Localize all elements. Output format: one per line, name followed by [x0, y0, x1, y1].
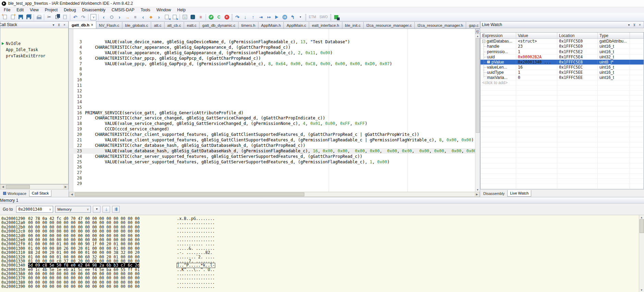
open-file-button[interactable] — [9, 13, 17, 21]
column-header-type[interactable]: Type — [598, 33, 630, 38]
code-line[interactable]: 6 CHARACTERISTIC(char_ppcp, gBleSig_GapP… — [69, 56, 475, 61]
close-tab-icon[interactable]: × — [91, 23, 93, 27]
bookmark-list-button[interactable]: ≡ — [131, 13, 139, 21]
code-line[interactable]: 10 — [69, 77, 475, 83]
editor-tab-att_cb.c[interactable]: att_cb.c — [165, 22, 184, 28]
scroll-left-icon[interactable]: ◀ — [69, 192, 74, 197]
panel-menu-icon[interactable]: ▾ — [627, 23, 631, 27]
unit-size-button[interactable]: ⍊ — [102, 206, 110, 213]
print-button[interactable] — [35, 13, 43, 21]
code-line[interactable]: 22 CHARACTERISTIC(char_database_hash, gB… — [69, 143, 475, 148]
code-line[interactable]: 3 VALUE(value_device_name, gBleSig_GapDe… — [69, 39, 475, 45]
code-line[interactable]: 14 — [69, 99, 475, 105]
editor-tab-l2ca_resource_manager.c[interactable]: l2ca_resource_manager.c — [364, 22, 415, 28]
find-button[interactable] — [108, 13, 116, 21]
close-icon[interactable]: × — [637, 23, 642, 27]
download-and-debug-button[interactable]: ↓ — [189, 13, 197, 21]
copy-button[interactable] — [53, 13, 61, 21]
editor-tab-gatt_db_dynamic.c[interactable]: gatt_db_dynamic.c — [199, 22, 239, 28]
goto-address-combobox[interactable]: 0x20001340 ∨ — [16, 206, 53, 213]
scroll-down-icon[interactable]: ▼ — [476, 188, 480, 192]
step-over-button[interactable]: ↷ — [233, 13, 241, 21]
editor-tab-ble_globals.c[interactable]: ble_globals.c — [122, 22, 151, 28]
call-stack-frame[interactable]: App_Idle_Task — [0, 47, 68, 53]
call-stack-hscrollbar[interactable]: ◀ ▶ — [0, 184, 69, 189]
run-to-cursor-button[interactable]: ↦ — [265, 13, 273, 21]
code-line[interactable]: 27 — [69, 170, 475, 175]
editor-tab-ApplMain.h[interactable]: ApplMain.h — [258, 22, 284, 28]
navigate-backward-button[interactable]: ◂ — [163, 13, 171, 21]
collapse-icon[interactable]: − — [482, 40, 485, 43]
code-line[interactable]: 21 VALUE(value_client_supported_features… — [69, 137, 475, 143]
code-line[interactable]: 15 — [69, 105, 475, 110]
toggle-bookmark-button[interactable]: ◆ — [147, 13, 155, 21]
code-line[interactable]: 9 — [69, 72, 475, 77]
download-button[interactable]: ↓ — [181, 13, 189, 21]
code-line[interactable]: 12 — [69, 88, 475, 94]
save-button[interactable] — [17, 13, 25, 21]
menu-item-edit[interactable]: Edit — [13, 7, 27, 13]
code-line[interactable]: 23 VALUE(value_database_hash, gBleSig_Ga… — [69, 148, 475, 154]
memory-row-0x20001390[interactable]: 0x2000139000 00 00 00 00 00 00 00 00 00 … — [1, 284, 644, 289]
chevron-down-icon[interactable]: ∨ — [85, 206, 90, 212]
next-bookmark-button[interactable]: › — [155, 13, 163, 21]
tab-live-watch[interactable]: Live Watch — [507, 190, 531, 197]
code-area[interactable]: 3 VALUE(value_device_name, gBleSig_GapDe… — [69, 29, 475, 192]
watch-row-pValue[interactable]: +pValue0x20001340 ...0x1FFFC5E8uint8_t* — [481, 60, 644, 65]
scroll-up-icon[interactable]: ▲ — [476, 34, 480, 38]
reset-button[interactable]: ↺ — [207, 13, 215, 21]
editor-tab-ble_init.c[interactable]: ble_init.c — [342, 22, 364, 28]
scroll-up-icon[interactable]: ▲ — [640, 215, 644, 219]
watch-row-gattDatabas[interactable]: −gattDatabas...<struct>0x1FFFC5E0gattDbA… — [481, 39, 644, 44]
editor-tab-gatt_db.h[interactable]: gatt_db.h× — [69, 21, 96, 28]
code-line[interactable]: 29 — [69, 181, 475, 186]
menu-item-disassembly[interactable]: Disassembly — [79, 7, 109, 13]
click-to-add-row[interactable]: <click to add> — [481, 80, 644, 85]
editor-hscrollbar[interactable]: ◀ ▶ — [69, 192, 480, 197]
scrollbar-thumb[interactable] — [476, 38, 480, 133]
memory-hex-view[interactable]: 0x2000129002 78 0a 42 fc d0 70 47 00 00 … — [0, 215, 644, 292]
reset-debug-button[interactable]: ↰ — [289, 13, 296, 21]
menu-item-debug[interactable]: Debug — [61, 7, 79, 13]
scrollbar-thumb[interactable] — [75, 192, 304, 196]
swo-button[interactable]: SWO — [318, 14, 329, 20]
code-line[interactable]: 25 VALUE(value_server_supported_features… — [69, 159, 475, 165]
new-file-button[interactable] — [1, 13, 9, 21]
undo-button[interactable]: ↶ — [71, 13, 79, 21]
step-out-button[interactable]: ↑ — [249, 13, 257, 21]
panel-menu-icon[interactable]: ▾ — [51, 23, 56, 27]
tab-call-stack[interactable]: Call Stack — [29, 190, 52, 197]
editor-tab-att.c[interactable]: att.c — [151, 22, 165, 28]
memory-zone-combobox[interactable]: Memory ∨ — [55, 206, 91, 213]
expand-icon[interactable]: + — [487, 60, 490, 63]
scrollbar-thumb[interactable] — [6, 185, 30, 189]
cspy-button[interactable]: C — [215, 13, 223, 21]
watch-row-handle[interactable]: handle230x1FFFC5E0uint16_t — [481, 44, 644, 49]
watch-row-permissio[interactable]: permissio...10x1FFFC5E2uint16_t — [481, 49, 644, 54]
etm-button[interactable]: ETM — [307, 14, 317, 20]
code-line[interactable]: 13 — [69, 94, 475, 99]
watch-row-valueLen[interactable]: valueLen...160x1FFFC5ECuint16_t — [481, 65, 644, 70]
break-button[interactable] — [281, 13, 289, 21]
live-watch-table[interactable]: ExpressionValueLocationType−gattDatabas.… — [480, 32, 644, 189]
find-next-button[interactable]: › — [116, 13, 123, 21]
next-statement-button[interactable]: ⇥ — [257, 13, 265, 21]
code-line[interactable]: 19 CCCD(cccd_service_changed) — [69, 126, 475, 132]
code-line[interactable]: 26 — [69, 164, 475, 170]
terminal-io-button[interactable] — [332, 13, 340, 21]
menu-item-window[interactable]: Window — [153, 7, 174, 13]
scroll-left-icon[interactable]: ◀ — [0, 185, 5, 189]
code-line[interactable]: 28 — [69, 175, 475, 181]
watch-row-uuidType[interactable]: uuidType10x1FFFC5EEuint16_t — [481, 70, 644, 75]
watch-row-maxVaria[interactable]: maxVaria...00x1FFFC5EEuint16_t — [481, 75, 644, 80]
stop-debugging-button[interactable]: × — [223, 13, 231, 21]
goto-button[interactable]: → — [123, 13, 131, 21]
editor-tab-eatt_interface.h[interactable]: eatt_interface.h — [309, 22, 342, 28]
paste-button[interactable] — [61, 13, 69, 21]
editor-tab-ApplMain.c[interactable]: ApplMain.c — [284, 22, 309, 28]
memory-vscrollbar[interactable]: ▲ ▼ — [639, 215, 644, 292]
pin-icon[interactable]: ⊻ — [632, 23, 637, 27]
scroll-right-icon[interactable]: ▶ — [474, 192, 479, 197]
navigate-forward-button[interactable]: ▸ — [171, 13, 179, 21]
menu-item-cmsis-dap[interactable]: CMSIS-DAP — [109, 7, 138, 13]
